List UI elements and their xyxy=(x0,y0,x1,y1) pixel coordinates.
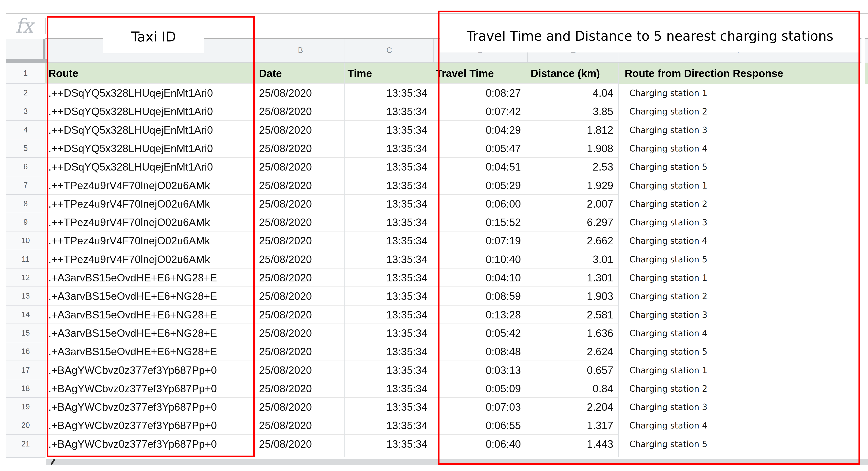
header-cell-time[interactable]: Time xyxy=(345,63,433,84)
row-number-13[interactable]: 13 xyxy=(6,287,45,305)
table-cell-time[interactable]: 13:35:34 xyxy=(345,361,433,379)
row-number-15[interactable]: 15 xyxy=(6,324,45,342)
column-header-C[interactable]: C xyxy=(345,39,433,62)
row-number-16[interactable]: 16 xyxy=(6,342,45,361)
table-cell-date[interactable]: 25/08/2020 xyxy=(256,121,345,139)
row-number-3[interactable]: 3 xyxy=(6,102,45,121)
gridline xyxy=(433,63,433,457)
table-cell-time[interactable]: 13:35:34 xyxy=(345,121,433,139)
charging-annotation-box xyxy=(438,10,860,465)
header-cell-date[interactable]: Date xyxy=(256,63,345,84)
table-cell-date[interactable]: 25/08/2020 xyxy=(256,158,345,176)
table-cell-time[interactable]: 13:35:34 xyxy=(345,416,433,435)
table-cell-date[interactable]: 25/08/2020 xyxy=(256,398,345,416)
row-number-8[interactable]: 8 xyxy=(6,195,45,213)
table-cell-date[interactable]: 25/08/2020 xyxy=(256,176,345,195)
row-number-4[interactable]: 4 xyxy=(6,121,45,139)
row-number-6[interactable]: 6 xyxy=(6,158,45,176)
gridline xyxy=(255,63,256,457)
row-number-17[interactable]: 17 xyxy=(6,361,45,379)
table-cell-date[interactable]: 25/08/2020 xyxy=(256,84,345,102)
row-number-12[interactable]: 12 xyxy=(6,268,45,287)
table-cell-date[interactable]: 25/08/2020 xyxy=(256,250,345,268)
table-cell-date[interactable]: 25/08/2020 xyxy=(256,195,345,213)
table-cell-date[interactable]: 25/08/2020 xyxy=(256,213,345,232)
gridline xyxy=(344,63,345,457)
table-cell-date[interactable]: 25/08/2020 xyxy=(256,416,345,435)
table-cell-time[interactable]: 13:35:34 xyxy=(345,342,433,361)
table-cell-date[interactable]: 25/08/2020 xyxy=(256,287,345,305)
fx-icon: fx xyxy=(15,17,38,35)
row-number-10[interactable]: 10 xyxy=(6,232,45,250)
row-number-partial xyxy=(6,453,45,458)
column-header-B[interactable]: B xyxy=(256,39,345,62)
row-number-7[interactable]: 7 xyxy=(6,176,45,195)
table-cell-date[interactable]: 25/08/2020 xyxy=(256,324,345,342)
taxi-id-annotation-box xyxy=(47,16,255,457)
table-cell-time[interactable]: 13:35:34 xyxy=(345,176,433,195)
table-cell-time[interactable]: 13:35:34 xyxy=(345,287,433,305)
table-cell-time[interactable]: 13:35:34 xyxy=(345,379,433,398)
table-cell-date[interactable]: 25/08/2020 xyxy=(256,342,345,361)
table-cell-date[interactable]: 25/08/2020 xyxy=(256,102,345,121)
spreadsheet-app: fx ABCDEF 1RouteDateTimeTravel TimeDista… xyxy=(0,0,868,471)
row-number-19[interactable]: 19 xyxy=(6,398,45,416)
column-strip-sliver xyxy=(865,38,868,63)
table-cell-date[interactable]: 25/08/2020 xyxy=(256,435,345,453)
table-cell-time[interactable]: 13:35:34 xyxy=(345,158,433,176)
row-number-11[interactable]: 11 xyxy=(6,250,45,268)
table-cell-date[interactable]: 25/08/2020 xyxy=(256,268,345,287)
row-number-18[interactable]: 18 xyxy=(6,379,45,398)
table-cell-time[interactable]: 13:35:34 xyxy=(345,213,433,232)
table-cell-time[interactable]: 13:35:34 xyxy=(345,398,433,416)
row-number-14[interactable]: 14 xyxy=(6,305,45,324)
table-cell-date[interactable]: 25/08/2020 xyxy=(256,139,345,158)
table-cell-date[interactable]: 25/08/2020 xyxy=(256,379,345,398)
table-cell-date[interactable]: 25/08/2020 xyxy=(256,232,345,250)
namebox-divider xyxy=(45,18,46,34)
table-cell-time[interactable]: 13:35:34 xyxy=(345,139,433,158)
row-number-1[interactable]: 1 xyxy=(6,63,45,84)
table-cell-time[interactable]: 13:35:34 xyxy=(345,232,433,250)
table-cell-time[interactable]: 13:35:34 xyxy=(345,435,433,453)
table-cell-time[interactable]: 13:35:34 xyxy=(345,268,433,287)
table-cell-time[interactable]: 13:35:34 xyxy=(345,305,433,324)
table-cell-time[interactable]: 13:35:34 xyxy=(345,324,433,342)
table-cell-date[interactable]: 25/08/2020 xyxy=(256,305,345,324)
table-cell-time[interactable]: 13:35:34 xyxy=(345,250,433,268)
row-number-2[interactable]: 2 xyxy=(6,84,45,102)
table-cell-time[interactable]: 13:35:34 xyxy=(345,102,433,121)
table-cell-time[interactable]: 13:35:34 xyxy=(345,84,433,102)
row-number-21[interactable]: 21 xyxy=(6,435,45,453)
table-cell-date[interactable]: 25/08/2020 xyxy=(256,361,345,379)
row-number-5[interactable]: 5 xyxy=(6,139,45,158)
header-row-sliver xyxy=(865,63,868,84)
row-number-20[interactable]: 20 xyxy=(6,416,45,435)
row-number-9[interactable]: 9 xyxy=(6,213,45,232)
select-all-corner[interactable] xyxy=(6,39,45,59)
table-cell-time[interactable]: 13:35:34 xyxy=(345,195,433,213)
corner-shadow xyxy=(6,59,47,63)
